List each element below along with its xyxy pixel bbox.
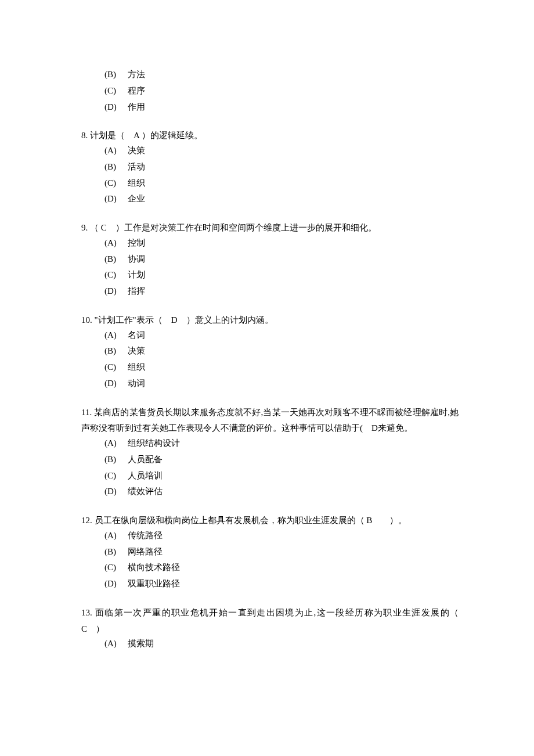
q8-option-d: (D)企业 <box>104 191 459 207</box>
option-text: 绩效评估 <box>128 484 163 500</box>
question-text: 10. "计划工作"表示（ D ）意义上的计划内涵。 <box>81 312 459 329</box>
q9-option-c: (C)计划 <box>104 267 459 283</box>
q10-options: (A)名词 (B)决策 (C)组织 (D)动词 <box>81 327 459 392</box>
q8-option-b: (B)活动 <box>104 159 459 175</box>
question-11: 11. 某商店的某售货员长期以来服务态度就不好,当某一天她再次对顾客不理不睬而被… <box>81 405 459 501</box>
option-letter: (C) <box>104 359 123 376</box>
question-number: 12. <box>81 516 92 525</box>
question-number: 13. <box>81 608 92 617</box>
option-text: 传统路径 <box>128 528 163 544</box>
question-stem: 员工在纵向层级和横向岗位上都具有发展机会，称为职业生涯发展的（ B ）。 <box>95 516 407 525</box>
question-12: 12. 员工在纵向层级和横向岗位上都具有发展机会，称为职业生涯发展的（ B ）。… <box>81 513 459 592</box>
q12-option-d: (D)双重职业路径 <box>104 576 459 592</box>
q11-option-d: (D)绩效评估 <box>104 484 459 500</box>
question-stem: "计划工作"表示（ D ）意义上的计划内涵。 <box>95 315 273 325</box>
q11-options: (A)组织结构设计 (B)人员配备 (C)人员培训 (D)绩效评估 <box>81 435 459 500</box>
question-13: 13. 面临第一次严重的职业危机开始一直到走出困境为止,这一段经历称为职业生涯发… <box>81 605 459 652</box>
q9-option-a: (A)控制 <box>104 235 459 251</box>
q9-options: (A)控制 (B)协调 (C)计划 (D)指挥 <box>81 235 459 300</box>
option-letter: (A) <box>104 327 123 344</box>
question-text: 9. （ C ）工作是对决策工作在时间和空间两个维度上进一步的展开和细化。 <box>81 220 459 236</box>
option-text: 控制 <box>128 235 145 251</box>
question-number: 8. <box>81 131 88 140</box>
option-letter: (A) <box>104 235 123 251</box>
option-letter: (D) <box>104 283 123 300</box>
option-letter: (A) <box>104 636 123 652</box>
question-stem: （ C ）工作是对决策工作在时间和空间两个维度上进一步的展开和细化。 <box>90 223 377 232</box>
question-number: 11. <box>81 408 92 417</box>
question-text: 12. 员工在纵向层级和横向岗位上都具有发展机会，称为职业生涯发展的（ B ）。 <box>81 513 459 529</box>
option-text: 动词 <box>128 376 145 392</box>
question-stem: 某商店的某售货员长期以来服务态度就不好,当某一天她再次对顾客不理不睬而被经理解雇… <box>81 408 459 433</box>
option-text: 决策 <box>128 343 145 359</box>
q11-option-b: (B)人员配备 <box>104 452 459 468</box>
option-text: 活动 <box>128 159 145 175</box>
q-prev-option-c: (C) 程序 <box>104 83 459 99</box>
option-letter: (C) <box>104 175 123 192</box>
question-text: 8. 计划是（ A ）的逻辑延续。 <box>81 128 459 144</box>
option-letter: (B) <box>104 67 123 83</box>
q12-options: (A)传统路径 (B)网络路径 (C)横向技术路径 (D)双重职业路径 <box>81 528 459 592</box>
question-number: 9. <box>81 223 88 232</box>
option-letter: (C) <box>104 560 123 576</box>
q13-options: (A)摸索期 <box>81 636 459 652</box>
option-letter: (D) <box>104 191 123 207</box>
question-10: 10. "计划工作"表示（ D ）意义上的计划内涵。 (A)名词 (B)决策 (… <box>81 312 459 392</box>
q12-option-c: (C)横向技术路径 <box>104 560 459 576</box>
question-number: 10. <box>81 315 92 325</box>
option-letter: (A) <box>104 143 123 159</box>
option-letter: (C) <box>104 267 123 283</box>
option-letter: (B) <box>104 452 123 468</box>
question-8: 8. 计划是（ A ）的逻辑延续。 (A)决策 (B)活动 (C)组织 (D)企… <box>81 128 459 207</box>
option-text: 摸索期 <box>128 636 154 652</box>
option-text: 人员配备 <box>128 452 163 468</box>
option-letter: (D) <box>104 484 123 500</box>
q10-option-a: (A)名词 <box>104 327 459 344</box>
option-letter: (B) <box>104 544 123 560</box>
option-letter: (D) <box>104 576 123 592</box>
option-letter: (C) <box>104 83 123 99</box>
q8-option-c: (C)组织 <box>104 175 459 192</box>
option-text: 名词 <box>128 327 145 344</box>
option-text: 方法 <box>128 67 145 83</box>
q10-option-c: (C)组织 <box>104 359 459 376</box>
option-letter: (D) <box>104 99 123 116</box>
option-letter: (A) <box>104 528 123 544</box>
q10-option-d: (D)动词 <box>104 376 459 392</box>
q13-option-a: (A)摸索期 <box>104 636 459 652</box>
q9-option-b: (B)协调 <box>104 251 459 268</box>
document-page: (B) 方法 (C) 程序 (D) 作用 8. 计划是（ A ）的逻辑延续。 (… <box>0 0 534 756</box>
orphan-options-block: (B) 方法 (C) 程序 (D) 作用 <box>81 67 459 115</box>
option-letter: (B) <box>104 343 123 359</box>
option-text: 指挥 <box>128 283 145 300</box>
option-letter: (D) <box>104 376 123 392</box>
option-text: 网络路径 <box>128 544 163 560</box>
option-text: 协调 <box>128 251 145 268</box>
option-letter: (B) <box>104 159 123 175</box>
q12-option-a: (A)传统路径 <box>104 528 459 544</box>
option-letter: (C) <box>104 468 123 484</box>
option-text: 人员培训 <box>128 468 163 484</box>
option-text: 双重职业路径 <box>128 576 180 592</box>
option-text: 决策 <box>128 143 145 159</box>
q-prev-option-d: (D) 作用 <box>104 99 459 116</box>
option-text: 组织结构设计 <box>128 435 180 452</box>
option-text: 计划 <box>128 267 145 283</box>
option-text: 作用 <box>128 99 145 116</box>
option-letter: (B) <box>104 251 123 268</box>
question-text: 13. 面临第一次严重的职业危机开始一直到走出困境为止,这一段经历称为职业生涯发… <box>81 605 459 638</box>
q-prev-option-b: (B) 方法 <box>104 67 459 83</box>
q10-option-b: (B)决策 <box>104 343 459 359</box>
q12-option-b: (B)网络路径 <box>104 544 459 560</box>
question-9: 9. （ C ）工作是对决策工作在时间和空间两个维度上进一步的展开和细化。 (A… <box>81 220 459 300</box>
question-stem: 计划是（ A ）的逻辑延续。 <box>90 131 203 140</box>
option-text: 程序 <box>128 83 145 99</box>
option-text: 组织 <box>128 175 145 192</box>
question-stem: 面临第一次严重的职业危机开始一直到走出困境为止,这一段经历称为职业生涯发展的（ … <box>81 608 467 633</box>
q8-options: (A)决策 (B)活动 (C)组织 (D)企业 <box>81 143 459 207</box>
option-text: 组织 <box>128 359 145 376</box>
option-text: 横向技术路径 <box>128 560 180 576</box>
q8-option-a: (A)决策 <box>104 143 459 159</box>
option-text: 企业 <box>128 191 145 207</box>
q11-option-c: (C)人员培训 <box>104 468 459 484</box>
